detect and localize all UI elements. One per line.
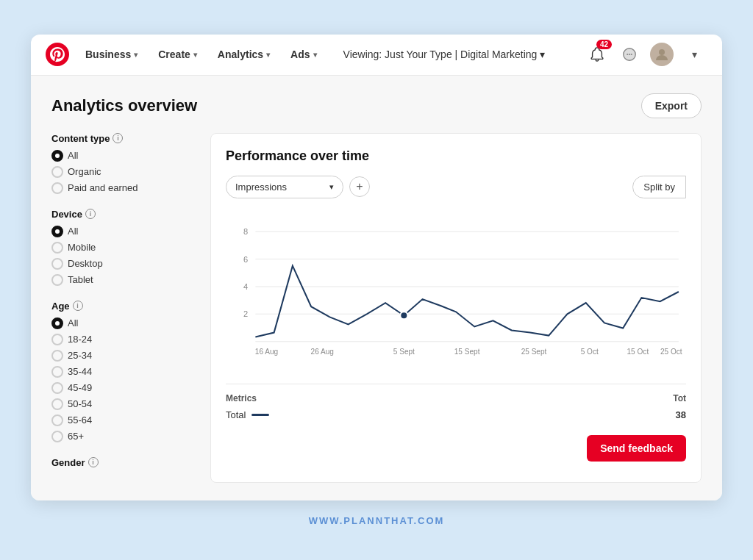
age-18-24-label: 18-24 bbox=[68, 334, 92, 345]
chart-controls: Impressions ▾ + Split by bbox=[226, 176, 686, 198]
sidebar: Content type i All Organic Paid and earn… bbox=[51, 133, 199, 483]
split-by-button[interactable]: Split by bbox=[632, 176, 686, 198]
nav-ads-label: Ads bbox=[290, 49, 310, 60]
device-filter: Device i All Mobile Desktop bbox=[51, 209, 199, 286]
device-tablet-label: Tablet bbox=[68, 274, 93, 285]
metrics-header-total: Tot bbox=[673, 393, 686, 403]
device-all[interactable]: All bbox=[51, 226, 199, 237]
age-55-64[interactable]: 55-64 bbox=[51, 414, 199, 426]
avatar-button[interactable] bbox=[649, 41, 675, 68]
metric-dropdown-label: Impressions bbox=[235, 182, 287, 193]
device-all-label: All bbox=[68, 226, 78, 237]
device-mobile[interactable]: Mobile bbox=[51, 242, 199, 254]
metrics-line-indicator bbox=[251, 414, 269, 416]
svg-text:15 Sept: 15 Sept bbox=[454, 347, 480, 355]
analytics-chevron: ▾ bbox=[266, 51, 270, 59]
more-button[interactable]: ▾ bbox=[681, 41, 707, 68]
notification-button[interactable]: 42 bbox=[584, 41, 610, 68]
nav-analytics-label: Analytics bbox=[218, 49, 263, 60]
age-25-34-radio[interactable] bbox=[51, 350, 63, 362]
age-filter: Age i All 18-24 25-34 bbox=[51, 301, 199, 442]
metric-dropdown[interactable]: Impressions ▾ bbox=[226, 176, 343, 198]
age-50-54-radio[interactable] bbox=[51, 398, 63, 410]
footer-url: WWW.PLANNTHAT.COM bbox=[309, 515, 445, 526]
main-layout: Content type i All Organic Paid and earn… bbox=[51, 133, 702, 483]
device-info-icon[interactable]: i bbox=[85, 209, 96, 219]
content-type-paid-radio[interactable] bbox=[51, 182, 63, 194]
content-type-all-radio[interactable] bbox=[51, 150, 63, 162]
age-35-44[interactable]: 35-44 bbox=[51, 366, 199, 378]
top-nav: Business ▾ Create ▾ Analytics ▾ Ads ▾ Vi… bbox=[31, 35, 722, 76]
nav-create[interactable]: Create ▾ bbox=[151, 44, 204, 65]
nav-viewing-label: Viewing: Just Your Type | Digital Market… bbox=[343, 49, 538, 60]
page-content: Analytics overview Export Content type i… bbox=[31, 76, 722, 500]
age-all[interactable]: All bbox=[51, 317, 199, 329]
device-tablet[interactable]: Tablet bbox=[51, 274, 199, 286]
metric-dropdown-chevron: ▾ bbox=[329, 182, 334, 192]
device-desktop-label: Desktop bbox=[68, 258, 103, 269]
age-65-plus-radio[interactable] bbox=[51, 431, 63, 442]
chat-icon bbox=[621, 46, 638, 62]
age-all-label: All bbox=[68, 317, 78, 329]
split-by-label: Split by bbox=[643, 182, 675, 193]
content-type-info-icon[interactable]: i bbox=[113, 133, 123, 143]
age-25-34[interactable]: 25-34 bbox=[51, 350, 199, 362]
gender-info-icon[interactable]: i bbox=[88, 457, 99, 467]
nav-right-section: 42 ▾ bbox=[584, 41, 707, 68]
svg-text:16 Aug: 16 Aug bbox=[255, 347, 278, 355]
nav-viewing[interactable]: Viewing: Just Your Type | Digital Market… bbox=[336, 44, 553, 65]
messages-button[interactable] bbox=[616, 41, 643, 68]
device-desktop[interactable]: Desktop bbox=[51, 258, 199, 270]
age-65-plus[interactable]: 65+ bbox=[51, 431, 199, 442]
age-25-34-label: 25-34 bbox=[68, 350, 92, 361]
age-18-24-radio[interactable] bbox=[51, 334, 63, 345]
svg-point-4 bbox=[631, 54, 632, 55]
performance-chart: 8 6 4 2 16 Aug 26 Aug 5 Sept bbox=[226, 210, 686, 372]
age-55-64-radio[interactable] bbox=[51, 414, 63, 426]
svg-text:2: 2 bbox=[243, 309, 248, 318]
device-mobile-radio[interactable] bbox=[51, 242, 63, 254]
chart-title: Performance over time bbox=[226, 148, 686, 164]
send-feedback-button[interactable]: Send feedback bbox=[587, 435, 686, 462]
age-45-49-label: 45-49 bbox=[68, 382, 92, 393]
add-metric-icon: + bbox=[356, 180, 363, 193]
content-type-organic-radio[interactable] bbox=[51, 166, 63, 178]
content-type-all[interactable]: All bbox=[51, 150, 199, 162]
metrics-header: Metrics Tot bbox=[226, 393, 686, 403]
page-header: Analytics overview Export bbox=[51, 93, 702, 118]
chart-panel: Performance over time Impressions ▾ + Sp… bbox=[210, 133, 702, 483]
age-45-49-radio[interactable] bbox=[51, 382, 63, 394]
content-type-paid[interactable]: Paid and earned bbox=[51, 182, 199, 194]
nav-ads[interactable]: Ads ▾ bbox=[283, 44, 324, 65]
nav-analytics[interactable]: Analytics ▾ bbox=[210, 44, 277, 65]
device-desktop-radio[interactable] bbox=[51, 258, 63, 270]
chart-container: 8 6 4 2 16 Aug 26 Aug 5 Sept bbox=[226, 210, 686, 372]
nav-business-label: Business bbox=[85, 49, 131, 60]
svg-point-15 bbox=[400, 312, 407, 319]
add-metric-button[interactable]: + bbox=[349, 176, 370, 197]
create-chevron: ▾ bbox=[193, 51, 197, 59]
age-18-24[interactable]: 18-24 bbox=[51, 334, 199, 345]
export-button[interactable]: Export bbox=[641, 93, 702, 118]
content-type-filter: Content type i All Organic Paid and earn… bbox=[51, 133, 199, 194]
nav-business[interactable]: Business ▾ bbox=[78, 44, 145, 65]
device-all-radio[interactable] bbox=[51, 226, 63, 237]
svg-text:25 Sept: 25 Sept bbox=[521, 347, 547, 355]
gender-title: Gender i bbox=[51, 457, 199, 468]
age-35-44-radio[interactable] bbox=[51, 366, 63, 378]
age-info-icon[interactable]: i bbox=[73, 301, 83, 311]
svg-point-2 bbox=[627, 54, 628, 55]
content-type-organic[interactable]: Organic bbox=[51, 166, 199, 178]
business-chevron: ▾ bbox=[134, 51, 138, 59]
device-tablet-radio[interactable] bbox=[51, 274, 63, 286]
age-45-49[interactable]: 45-49 bbox=[51, 382, 199, 394]
svg-text:15 Oct: 15 Oct bbox=[627, 347, 649, 355]
age-50-54[interactable]: 50-54 bbox=[51, 398, 199, 410]
svg-point-0 bbox=[46, 43, 69, 66]
browser-window: Business ▾ Create ▾ Analytics ▾ Ads ▾ Vi… bbox=[31, 35, 722, 500]
age-55-64-label: 55-64 bbox=[68, 414, 92, 426]
content-type-all-label: All bbox=[68, 150, 78, 161]
svg-text:8: 8 bbox=[243, 227, 248, 236]
content-type-title: Content type i bbox=[51, 133, 199, 144]
age-all-radio[interactable] bbox=[51, 317, 63, 329]
